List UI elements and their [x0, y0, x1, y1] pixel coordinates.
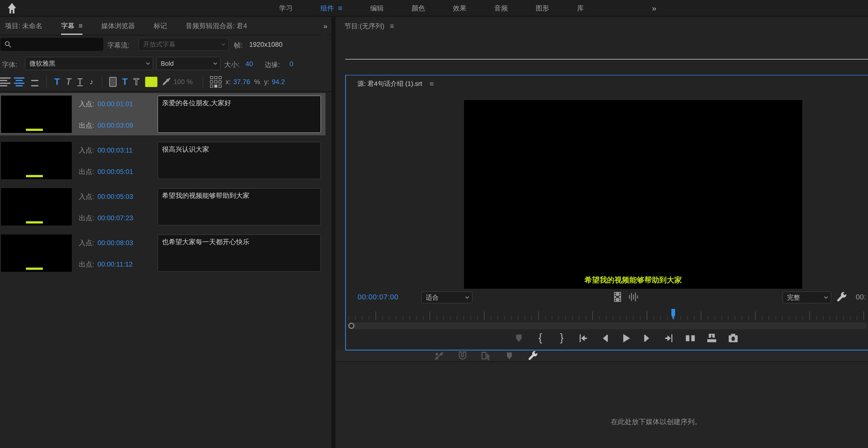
- timeline-drop-zone[interactable]: 在此处放下媒体以创建序列。: [335, 363, 868, 448]
- step-forward-button[interactable]: [642, 332, 653, 344]
- workspace-tab[interactable]: 库 ≡: [577, 4, 584, 13]
- in-point-label: 入点:: [79, 193, 94, 200]
- workspace-menu-icon[interactable]: ≡: [338, 4, 342, 12]
- drag-audio-only-icon[interactable]: [628, 292, 639, 302]
- playhead[interactable]: [671, 309, 675, 320]
- caption-thumbnail[interactable]: [1, 142, 72, 179]
- underline-button[interactable]: T: [74, 76, 86, 88]
- play-button[interactable]: [621, 332, 631, 344]
- font-size-value[interactable]: 40: [245, 60, 253, 68]
- position-grid-icon[interactable]: [210, 76, 221, 88]
- panel-tab[interactable]: 音频剪辑混合器: 君4 ≡: [186, 17, 247, 35]
- timeline-settings-wrench-icon[interactable]: [527, 350, 538, 361]
- mark-in-button[interactable]: {: [535, 332, 546, 344]
- align-left-button[interactable]: [0, 77, 10, 87]
- align-right-button[interactable]: [28, 77, 38, 87]
- italic-button[interactable]: T: [63, 76, 74, 88]
- home-button[interactable]: [6, 2, 18, 14]
- workspace-tab[interactable]: 学习 ≡: [279, 4, 292, 13]
- panel-tab[interactable]: 媒体浏览器 ≡: [101, 17, 135, 35]
- workspace-tab[interactable]: 图形 ≡: [536, 4, 549, 13]
- font-style-select[interactable]: Bold: [156, 57, 221, 70]
- panel-menu-icon[interactable]: ≡: [79, 22, 83, 30]
- x-position-value[interactable]: 37.76: [233, 78, 250, 86]
- edge-value[interactable]: 0: [289, 60, 293, 68]
- background-fill-button[interactable]: [109, 77, 117, 87]
- workspace-tab[interactable]: 编辑 ≡: [370, 4, 384, 13]
- align-center-button[interactable]: [14, 77, 24, 87]
- panel-tab[interactable]: 字幕 ≡: [61, 17, 83, 35]
- opacity-value: 100: [174, 78, 185, 86]
- bold-button[interactable]: T: [51, 76, 63, 88]
- color-swatch[interactable]: [145, 77, 157, 87]
- in-point-timecode[interactable]: 00:00:01:01: [98, 100, 133, 108]
- out-point-timecode[interactable]: 00:00:11:12: [98, 261, 133, 268]
- caption-entry[interactable]: 入点:00:00:05:03 出点:00:00:07:23 希望我的视频能够帮助…: [0, 186, 326, 228]
- in-point-timecode[interactable]: 00:00:05:03: [98, 193, 133, 200]
- caption-text-input[interactable]: 也希望大家每一天都开心快乐: [157, 235, 321, 272]
- current-timecode[interactable]: 00:00:07:00: [358, 293, 399, 301]
- video-subtitle-overlay: 希望我的视频能够帮助到大家: [464, 275, 802, 285]
- insert-button[interactable]: [685, 332, 696, 344]
- caption-thumbnail[interactable]: [1, 235, 72, 272]
- zoom-scrollbar[interactable]: [347, 322, 867, 329]
- caption-thumbnail[interactable]: [1, 188, 72, 226]
- panel-tab-overflow-button[interactable]: »: [321, 17, 330, 35]
- marker-icon[interactable]: [504, 350, 515, 361]
- panel-tab[interactable]: 项目: 未命名 ≡: [5, 17, 42, 35]
- in-point-timecode[interactable]: 00:00:08:03: [98, 239, 133, 247]
- search-box[interactable]: [0, 38, 103, 51]
- music-note-icon[interactable]: ♪: [86, 76, 97, 88]
- tab-program-monitor[interactable]: 节目:(无序列): [344, 22, 384, 31]
- mark-out-button[interactable]: }: [556, 332, 567, 344]
- add-marker-button[interactable]: [514, 332, 524, 344]
- caption-text-input[interactable]: 希望我的视频能够帮助到大家: [157, 188, 321, 226]
- workspace-tab[interactable]: 音频 ≡: [494, 4, 508, 13]
- text-outline-button[interactable]: T: [131, 76, 142, 88]
- caption-text-input[interactable]: 很高兴认识大家: [157, 142, 321, 179]
- workspace-tab-label: 学习: [279, 4, 292, 13]
- source-monitor-header[interactable]: 源: 君4句话介绍 (1).srt ≡: [358, 79, 434, 88]
- out-point-timecode[interactable]: 00:00:03:09: [98, 122, 133, 129]
- panel-menu-icon[interactable]: ≡: [390, 22, 394, 30]
- text-color-button[interactable]: T: [119, 76, 131, 88]
- linked-selection-icon[interactable]: [480, 350, 491, 361]
- workspace-tab[interactable]: 组件 ≡: [320, 4, 342, 13]
- drag-video-only-icon[interactable]: [614, 291, 622, 302]
- snap-disabled-icon[interactable]: [434, 350, 444, 361]
- go-to-in-button[interactable]: [578, 332, 589, 344]
- y-position-value[interactable]: 94.2: [272, 78, 285, 86]
- workspace-tab-label: 库: [577, 4, 584, 13]
- overwrite-button[interactable]: [706, 332, 717, 344]
- panel-divider[interactable]: [332, 17, 335, 448]
- panel-tab[interactable]: 标记 ≡: [154, 17, 167, 35]
- out-point-timecode[interactable]: 00:00:05:01: [98, 168, 133, 175]
- font-family-select[interactable]: 微软雅黑: [25, 57, 153, 70]
- out-point-timecode[interactable]: 00:00:07:23: [98, 214, 133, 222]
- eyedropper-icon[interactable]: [160, 76, 172, 88]
- workspace-tab[interactable]: 颜色 ≡: [412, 4, 425, 13]
- in-point-timecode[interactable]: 00:00:03:11: [98, 147, 133, 154]
- caption-entry[interactable]: 入点:00:00:01:01 出点:00:00:03:09 亲爱的各位朋友,大家…: [0, 93, 326, 135]
- zoom-level-select[interactable]: 适合: [421, 291, 472, 303]
- go-to-out-button[interactable]: [663, 332, 674, 344]
- caption-thumbnail[interactable]: [1, 96, 72, 133]
- panel-menu-icon[interactable]: ≡: [430, 80, 434, 88]
- zoom-scrollbar-handle[interactable]: [348, 323, 354, 329]
- time-ruler[interactable]: [347, 309, 867, 321]
- monitor-settings-wrench-icon[interactable]: [836, 291, 847, 303]
- magnet-snap-icon[interactable]: [457, 350, 468, 361]
- export-frame-camera-icon[interactable]: [728, 332, 739, 344]
- playback-resolution-select[interactable]: 完整: [782, 291, 831, 303]
- workspace-overflow-button[interactable]: »: [652, 0, 656, 16]
- caption-text-input[interactable]: 亲爱的各位朋友,大家好: [157, 96, 321, 133]
- workspace-tab[interactable]: 效果 ≡: [453, 4, 467, 13]
- caption-stream-select[interactable]: 开放式字幕: [138, 38, 229, 51]
- caption-entry[interactable]: 入点:00:00:08:03 出点:00:00:11:12 也希望大家每一天都开…: [0, 232, 326, 274]
- caption-entry[interactable]: 入点:00:00:03:11 出点:00:00:05:01 很高兴认识大家: [0, 139, 326, 182]
- step-back-button[interactable]: [599, 332, 610, 344]
- search-input[interactable]: [15, 41, 102, 48]
- video-preview[interactable]: 希望我的视频能够帮助到大家: [464, 100, 802, 289]
- edge-label: 边缘:: [265, 60, 280, 69]
- thumbnail-subtitle-mark: [26, 221, 43, 223]
